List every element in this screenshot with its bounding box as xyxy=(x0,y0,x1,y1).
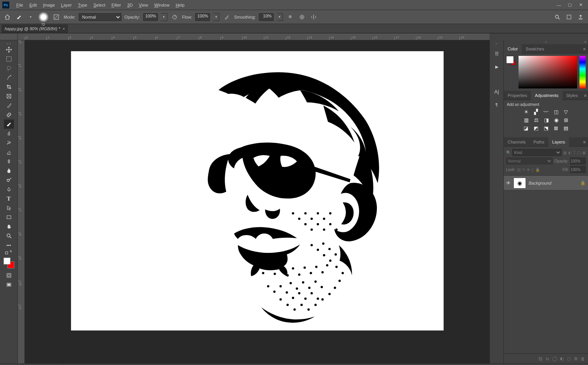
close-button[interactable]: ✕ xyxy=(576,1,586,9)
dock-grip[interactable]: ›› xyxy=(496,42,498,45)
new-fill-icon[interactable]: ◐ xyxy=(560,356,564,361)
layer-thumbnail[interactable]: ◉ xyxy=(514,178,526,188)
filter-type-icon[interactable]: T xyxy=(573,150,576,155)
tab-styles[interactable]: Styles xyxy=(562,91,582,100)
tab-color[interactable]: Color xyxy=(504,44,522,54)
lasso-tool[interactable] xyxy=(4,64,14,73)
tab-properties[interactable]: Properties xyxy=(504,91,531,100)
menu-view[interactable]: View xyxy=(136,1,151,9)
layer-row-background[interactable]: 👁 ◉ Background 🔒 xyxy=(504,176,588,190)
bw-adj-icon[interactable]: ◨ xyxy=(544,117,549,123)
search-icon[interactable] xyxy=(553,13,562,21)
balance-adj-icon[interactable]: ⚖ xyxy=(534,117,539,123)
brush-panel-icon[interactable] xyxy=(52,13,61,21)
hue-slider[interactable] xyxy=(579,56,586,88)
layer-filter-select[interactable]: Kind xyxy=(512,149,562,156)
screen-mode-tool[interactable] xyxy=(4,280,14,289)
foreground-color[interactable] xyxy=(3,258,10,265)
menu-type[interactable]: Type xyxy=(75,1,90,9)
vibrance-adj-icon[interactable]: ▽ xyxy=(564,109,568,115)
layer-mask-icon[interactable]: ◯ xyxy=(552,356,557,361)
new-layer-icon[interactable]: ⊞ xyxy=(574,356,578,361)
brush-preview[interactable]: 72 xyxy=(38,12,49,22)
menu-file[interactable]: File xyxy=(13,1,26,9)
crop-tool[interactable] xyxy=(4,82,14,92)
new-group-icon[interactable]: ▢ xyxy=(567,356,571,361)
layer-fx-icon[interactable]: fx xyxy=(546,356,549,361)
tab-channels[interactable]: Channels xyxy=(504,137,529,147)
canvas[interactable] xyxy=(71,51,444,330)
smoothing-dropdown[interactable]: ▾ xyxy=(277,13,283,21)
photo-filter-adj-icon[interactable]: ◉ xyxy=(554,117,559,123)
quick-select-tool[interactable] xyxy=(4,73,14,82)
fg-color-mini[interactable] xyxy=(506,56,514,64)
blend-mode-layer-select[interactable]: Normal xyxy=(506,157,553,164)
lock-nest-icon[interactable]: ▯ xyxy=(531,168,534,172)
pressure-opacity-icon[interactable] xyxy=(170,13,179,21)
menu-3d[interactable]: 3D xyxy=(124,1,136,9)
history-panel-icon[interactable]: ▶ xyxy=(492,62,501,71)
color-swatch-mini[interactable] xyxy=(506,56,516,88)
healing-tool[interactable] xyxy=(4,110,14,119)
maximize-button[interactable]: ▢ xyxy=(565,1,575,9)
shape-tool[interactable] xyxy=(4,213,14,222)
filter-pixel-icon[interactable]: ▦ xyxy=(563,150,567,155)
brushes-panel-icon[interactable] xyxy=(492,49,501,58)
adjust-panel-menu-icon[interactable]: ≡ xyxy=(582,93,588,98)
toolbox-grip[interactable]: ›› × xyxy=(1,42,17,45)
menu-image[interactable]: Image xyxy=(40,1,58,9)
home-icon[interactable] xyxy=(3,13,12,21)
menu-window[interactable]: Window xyxy=(151,1,173,9)
visibility-icon[interactable]: 👁 xyxy=(506,180,511,186)
lock-trans-icon[interactable]: ▨ xyxy=(517,168,520,172)
marquee-tool[interactable] xyxy=(4,54,14,64)
tab-swatches[interactable]: Swatches xyxy=(522,44,548,54)
eyedropper-tool[interactable] xyxy=(4,101,14,110)
menu-filter[interactable]: Filter xyxy=(108,1,124,9)
dropdown-icon[interactable]: ▾ xyxy=(26,13,35,21)
posterize-adj-icon[interactable]: ⬔ xyxy=(544,125,548,131)
gradient-map-adj-icon[interactable]: ▤ xyxy=(564,125,568,131)
path-select-tool[interactable] xyxy=(4,203,14,213)
layer-opacity-input[interactable] xyxy=(570,157,586,164)
menu-layer[interactable]: Layer xyxy=(58,1,75,9)
smoothing-options-icon[interactable]: ✲ xyxy=(286,13,295,21)
panel-grip[interactable]: ‹‹× xyxy=(504,40,588,44)
frame-tool[interactable] xyxy=(4,92,14,101)
gradient-tool[interactable] xyxy=(4,157,14,166)
exposure-adj-icon[interactable]: ◫ xyxy=(554,109,559,115)
flow-dropdown[interactable]: ▾ xyxy=(213,13,219,21)
quick-mask-icon[interactable] xyxy=(4,271,14,280)
menu-select[interactable]: Select xyxy=(90,1,109,9)
lock-all-icon[interactable]: 🔒 xyxy=(535,168,540,172)
filter-shape-icon[interactable]: ▢ xyxy=(577,150,581,155)
opacity-dropdown[interactable]: ▾ xyxy=(161,13,167,21)
blur-tool[interactable] xyxy=(4,166,14,175)
close-tab-icon[interactable]: × xyxy=(62,26,65,31)
paragraph-panel-icon[interactable]: ¶ xyxy=(492,100,501,109)
symmetry-icon[interactable] xyxy=(309,13,318,21)
color-panel-menu-icon[interactable]: ≡ xyxy=(581,47,588,51)
flow-input[interactable]: 100% xyxy=(195,13,210,21)
canvas-viewport[interactable] xyxy=(25,40,489,363)
menu-help[interactable]: Help xyxy=(173,1,188,9)
menu-edit[interactable]: Edit xyxy=(26,1,40,9)
curves-adj-icon[interactable]: 〰 xyxy=(543,109,548,115)
swap-colors-icon[interactable] xyxy=(4,250,14,255)
layer-lock-icon[interactable]: 🔒 xyxy=(580,180,586,185)
channel-mixer-adj-icon[interactable]: ⊞ xyxy=(564,117,568,123)
fill-input[interactable] xyxy=(570,166,586,173)
panel-close-icon[interactable]: × xyxy=(584,40,586,44)
type-tool[interactable]: T xyxy=(4,194,14,203)
lookup-adj-icon[interactable]: ◪ xyxy=(524,125,528,131)
layers-panel-menu-icon[interactable]: ≡ xyxy=(581,140,588,144)
brush-tool-icon[interactable] xyxy=(15,13,23,21)
lock-pos-icon[interactable]: ✥ xyxy=(527,168,530,172)
invert-adj-icon[interactable]: ◩ xyxy=(534,125,538,131)
move-tool[interactable] xyxy=(4,45,14,54)
dodge-tool[interactable] xyxy=(4,175,14,185)
color-swatches[interactable] xyxy=(3,258,14,268)
delete-layer-icon[interactable]: 🗑 xyxy=(581,356,585,361)
clone-stamp-tool[interactable] xyxy=(4,129,14,138)
hand-tool[interactable] xyxy=(4,222,14,231)
